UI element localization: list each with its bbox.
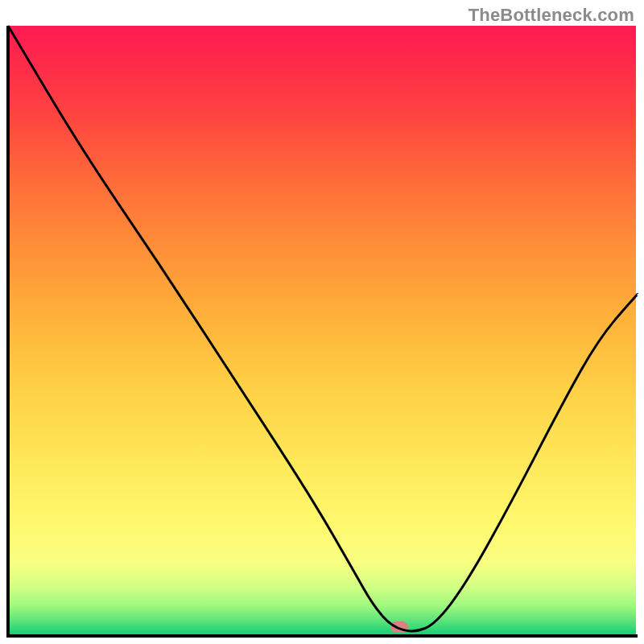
axes-frame: [6, 26, 638, 638]
watermark-text: TheBottleneck.com: [469, 5, 634, 26]
plot-area: [6, 26, 638, 638]
